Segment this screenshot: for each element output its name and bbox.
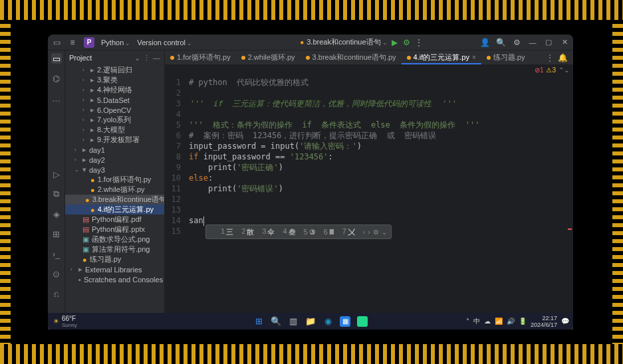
maximize-button[interactable]: ▢ [544, 38, 553, 46]
editor-tab[interactable]: 练习题.py [481, 50, 531, 64]
inspection-icon[interactable]: ⌃⌄ [559, 66, 569, 74]
tray-ime-lang[interactable]: 中 [473, 317, 480, 326]
code-line[interactable]: # python 代码比较优雅的格式 [189, 77, 573, 88]
tree-item[interactable]: ▣函数求导公式.png [65, 234, 164, 244]
ime-expand-icon[interactable]: ⌄ [382, 228, 387, 236]
start-button[interactable]: ⊞ [253, 316, 264, 327]
tree-item[interactable]: ›▸8.大模型 [65, 125, 164, 135]
project-hide-icon[interactable]: — [153, 54, 160, 62]
code-line[interactable] [189, 109, 573, 120]
editor-tab[interactable]: 3.break和continue语句.py [301, 50, 402, 64]
notifications-icon[interactable]: 🔔 [558, 53, 568, 62]
tree-item[interactable]: ›▸5.DataSet [65, 95, 164, 105]
tree-item[interactable]: ›▸4.神经网络 [65, 85, 164, 95]
code-line[interactable]: ''' if 三元运算：使代码更简洁，优雅，同时降低代码的可读性 ''' [189, 98, 573, 109]
run-config[interactable]: 3.break和continue语句⌄ [307, 37, 387, 47]
version-control[interactable]: Version control⌄ [137, 39, 192, 46]
app-icon-1[interactable]: ▦ [340, 316, 350, 327]
tree-item[interactable]: ●3.break和continue语句.py [65, 195, 164, 205]
minimize-button[interactable]: — [528, 39, 537, 46]
error-count[interactable]: ⊘1 [535, 66, 544, 74]
file-explorer-icon[interactable]: 📁 [305, 316, 316, 327]
code-line[interactable] [189, 205, 573, 215]
ime-candidate[interactable]: 4 叁 [283, 227, 295, 237]
ime-candidate[interactable]: 2 散 [241, 227, 254, 237]
edge-icon[interactable]: ◉ [322, 316, 333, 327]
tree-item[interactable]: ▤Python编程.pptx [65, 225, 164, 234]
taskbar-search-icon[interactable]: 🔍 [271, 316, 281, 327]
code-line[interactable]: print('密码正确') [189, 162, 573, 173]
warning-count[interactable]: ⚠3 [546, 66, 556, 74]
code-line[interactable]: else: [189, 173, 573, 183]
project-name[interactable]: Python⌄ [101, 39, 130, 46]
tree-item[interactable]: ›▸6.OpenCV [65, 105, 164, 115]
system-clock[interactable]: 22:17 2024/6/17 [531, 315, 557, 328]
structure-tool-icon[interactable]: ⌬ [51, 73, 62, 84]
code-line[interactable]: input_password = input('请输入密码：') [189, 141, 573, 151]
task-view-icon[interactable]: ▥ [288, 316, 299, 327]
tree-item[interactable]: ●练习题.py [65, 254, 164, 264]
code-line[interactable]: # 案例：密码 123456，进行判断，提示密码正确 或 密码错误 [189, 130, 573, 141]
project-more-icon[interactable]: ⋮ [143, 54, 150, 62]
tray-cloud-icon[interactable]: ☁ [484, 318, 491, 325]
tree-item[interactable]: ›▸9.开发板部署 [65, 135, 164, 145]
tree-item[interactable]: ›▸2.逻辑回归 [65, 65, 164, 75]
ime-candidate[interactable]: 6 Ⅲ [324, 228, 334, 236]
bookmarks-tool-icon[interactable]: … [51, 93, 62, 104]
tree-item[interactable]: ⌄▾day3 [65, 165, 164, 175]
code-line[interactable]: if input_password == '123456': [189, 151, 573, 162]
code-line[interactable] [189, 88, 573, 98]
code-area[interactable]: 123456789101112131415 # python 代码比较优雅的格式… [165, 74, 573, 319]
tree-item[interactable]: ▪Scratches and Consoles [65, 274, 164, 284]
ime-prev-icon[interactable]: ‹ [363, 228, 365, 236]
tree-item[interactable]: ●1.for循环语句.py [65, 175, 164, 185]
debug-button[interactable]: ⚙ [402, 38, 412, 47]
main-menu-icon[interactable]: ▭ [52, 38, 61, 47]
tree-item[interactable]: ▤Python编程.pdf [65, 215, 164, 225]
notification-icon[interactable]: 💬 [561, 318, 569, 325]
code-line[interactable] [189, 194, 573, 205]
ime-candidate-bar[interactable]: 1 三2 散3 伞4 叁5 ③6 Ⅲ7 〤‹›⚙⌄ [205, 225, 392, 239]
editor-tab[interactable]: 1.for循环语句.py [165, 50, 236, 64]
ime-candidate[interactable]: 3 伞 [262, 227, 275, 237]
search-icon[interactable]: 🔍 [496, 38, 505, 47]
weather-widget[interactable]: ☀ 66°F Sunny [48, 315, 77, 328]
tree-item[interactable]: ›▸7.yolo系列 [65, 115, 164, 125]
services-icon[interactable]: ⊞ [51, 228, 62, 239]
tree-item[interactable]: ▣算法常用符号.png [65, 244, 164, 254]
tray-battery-icon[interactable]: 🔋 [519, 318, 527, 325]
tree-item[interactable]: ›▸day1 [65, 145, 164, 155]
ime-tool-icon[interactable]: ⚙ [373, 228, 379, 236]
problems-icon[interactable]: ⊙ [51, 268, 62, 279]
python-console-icon[interactable]: ⧉ [51, 189, 62, 199]
hamburger-icon[interactable]: ≡ [68, 38, 77, 47]
project-dropdown-icon[interactable]: ⌄ [134, 54, 140, 62]
tray-volume-icon[interactable]: 🔊 [507, 318, 515, 325]
code-content[interactable]: # python 代码比较优雅的格式''' if 三元运算：使代码更简洁，优雅，… [185, 74, 573, 319]
ime-next-icon[interactable]: › [368, 228, 370, 236]
tray-wifi-icon[interactable]: 📶 [495, 318, 503, 325]
packages-icon[interactable]: ◈ [51, 209, 62, 219]
project-logo[interactable]: P [84, 37, 94, 48]
ime-candidate[interactable]: 5 ③ [304, 228, 316, 236]
tab-more-icon[interactable]: ⋮ [546, 53, 554, 62]
tray-chevron-icon[interactable]: ˄ [466, 318, 469, 325]
close-button[interactable]: ✕ [560, 38, 569, 46]
run-button[interactable]: ▶ [390, 38, 400, 47]
code-line[interactable]: print('密码错误') [189, 183, 573, 194]
more-actions[interactable]: ⋮ [414, 38, 424, 47]
ime-candidate[interactable]: 7 〤 [342, 227, 355, 237]
pycharm-taskbar-icon[interactable] [357, 316, 368, 327]
code-with-me-icon[interactable]: 👤 [480, 38, 489, 47]
run-tool-icon[interactable]: ▷ [51, 169, 62, 179]
tree-item[interactable]: ›▸3.聚类 [65, 75, 164, 85]
tree-item[interactable]: ›▸day2 [65, 155, 164, 165]
tree-item[interactable]: ●4.if的三元运算.py [65, 205, 164, 215]
vcs-icon[interactable]: ⎌ [51, 288, 62, 299]
ime-candidate[interactable]: 1 三 [221, 227, 233, 237]
project-tree[interactable]: ›▸2.逻辑回归›▸3.聚类›▸4.神经网络›▸5.DataSet›▸6.Ope… [65, 65, 164, 319]
terminal-icon[interactable]: ›_ [51, 248, 62, 259]
editor-tab[interactable]: 2.while循环.py [236, 50, 301, 64]
tree-item[interactable]: ●2.while循环.py [65, 185, 164, 195]
editor-tab[interactable]: 4.if的三元运算.py× [402, 50, 481, 64]
